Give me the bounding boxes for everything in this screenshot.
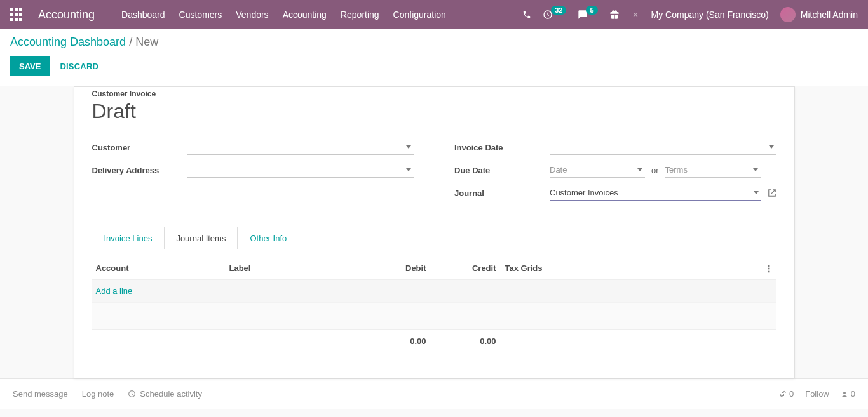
input-customer[interactable] [187, 140, 414, 155]
input-journal[interactable]: Customer Invoices [550, 185, 761, 201]
total-debit: 0.00 [356, 336, 426, 346]
topnav: Accounting Dashboard Customers Vendors A… [0, 0, 868, 29]
label-due-date: Due Date [454, 166, 550, 175]
chevron-down-icon [406, 168, 411, 171]
col-account: Account [96, 263, 229, 273]
label-journal: Journal [454, 189, 550, 198]
messages-badge: 5 [586, 6, 597, 15]
form-sheet: Customer Invoice Draft Customer Delivery… [74, 86, 795, 378]
log-note-button[interactable]: Log note [82, 389, 114, 399]
label-delivery: Delivery Address [92, 166, 187, 175]
discard-button[interactable]: DISCARD [60, 62, 98, 71]
col-tax-grids: Tax Grids [496, 263, 566, 273]
svg-point-2 [843, 392, 846, 394]
table-row: Add a line [92, 280, 776, 303]
paperclip-icon [779, 390, 787, 398]
menu-reporting[interactable]: Reporting [341, 10, 379, 20]
follow-button[interactable]: Follow [805, 389, 829, 399]
journal-table: Account Label Debit Credit Tax Grids ⋮ A… [92, 257, 776, 352]
save-button[interactable]: SAVE [10, 56, 50, 76]
tabs: Invoice Lines Journal Items Other Info [92, 226, 776, 249]
doc-type-label: Customer Invoice [92, 87, 776, 98]
company-selector[interactable]: My Company (San Francisco) [651, 10, 769, 20]
table-header: Account Label Debit Credit Tax Grids ⋮ [92, 257, 776, 280]
gift-icon[interactable] [609, 10, 620, 20]
followers-button[interactable]: 0 [841, 389, 855, 399]
input-delivery[interactable] [187, 162, 414, 178]
add-line-button[interactable]: Add a line [96, 286, 229, 296]
attachments-button[interactable]: 0 [779, 389, 794, 399]
chevron-down-icon [754, 191, 759, 194]
menu-customers[interactable]: Customers [179, 10, 222, 20]
messages-icon[interactable]: 5 [578, 10, 597, 20]
person-icon [841, 390, 848, 398]
total-credit: 0.00 [426, 336, 496, 346]
menu-vendors[interactable]: Vendors [236, 10, 268, 20]
breadcrumb-root[interactable]: Accounting Dashboard [10, 36, 126, 48]
col-label: Label [229, 263, 356, 273]
doc-status: Draft [92, 100, 776, 123]
main-scroll[interactable]: Customer Invoice Draft Customer Delivery… [0, 86, 868, 417]
avatar [780, 7, 796, 22]
control-panel: Accounting Dashboard / New SAVE DISCARD [0, 29, 868, 86]
chatter: Send message Log note Schedule activity … [0, 378, 868, 409]
schedule-activity-button[interactable]: Schedule activity [128, 389, 202, 399]
followers-count: 0 [851, 389, 855, 399]
user-menu[interactable]: Mitchell Admin [780, 7, 858, 22]
table-spacer [92, 303, 776, 329]
menu-configuration[interactable]: Configuration [393, 10, 446, 20]
label-customer: Customer [92, 143, 187, 152]
user-name: Mitchell Admin [801, 10, 858, 20]
breadcrumb: Accounting Dashboard / New [10, 36, 858, 49]
external-link-icon[interactable] [768, 189, 776, 197]
activity-badge: 32 [551, 6, 566, 15]
form-col-right: Invoice Date Due Date Date or Terms [454, 140, 776, 208]
input-invoice-date[interactable] [550, 140, 776, 155]
schedule-activity-label: Schedule activity [140, 389, 202, 399]
tab-other-info[interactable]: Other Info [238, 227, 299, 249]
terms-placeholder: Terms [665, 165, 688, 175]
chevron-down-icon [769, 145, 774, 149]
debug-icon[interactable] [631, 10, 640, 19]
tab-invoice-lines[interactable]: Invoice Lines [92, 227, 165, 249]
journal-value: Customer Invoices [550, 188, 618, 197]
or-text: or [651, 166, 659, 175]
main-menu: Dashboard Customers Vendors Accounting R… [121, 10, 446, 20]
topnav-right: 32 5 My Company (San Francisco) Mitchell… [522, 7, 858, 22]
input-terms[interactable]: Terms [665, 162, 761, 178]
brand-title: Accounting [38, 8, 95, 22]
col-debit: Debit [356, 263, 426, 273]
phone-icon[interactable] [522, 10, 531, 19]
label-invoice-date: Invoice Date [454, 143, 550, 152]
col-credit: Credit [426, 263, 496, 273]
breadcrumb-current: New [135, 36, 158, 48]
apps-icon[interactable] [10, 8, 23, 21]
input-due-date[interactable]: Date [550, 162, 645, 178]
menu-dashboard[interactable]: Dashboard [121, 10, 165, 20]
chevron-down-icon [406, 145, 411, 149]
menu-accounting[interactable]: Accounting [283, 10, 327, 20]
column-options-icon[interactable]: ⋮ [760, 263, 773, 273]
form-col-left: Customer Delivery Address [92, 140, 414, 208]
send-message-button[interactable]: Send message [13, 389, 68, 399]
chevron-down-icon [753, 168, 758, 171]
due-date-placeholder: Date [550, 165, 567, 175]
attachments-count: 0 [789, 389, 794, 399]
chevron-down-icon [637, 168, 642, 171]
activity-icon[interactable]: 32 [543, 10, 566, 20]
breadcrumb-sep: / [129, 36, 135, 48]
tab-journal-items[interactable]: Journal Items [164, 227, 238, 249]
clock-icon [128, 390, 136, 398]
table-totals: 0.00 0.00 [92, 329, 776, 352]
